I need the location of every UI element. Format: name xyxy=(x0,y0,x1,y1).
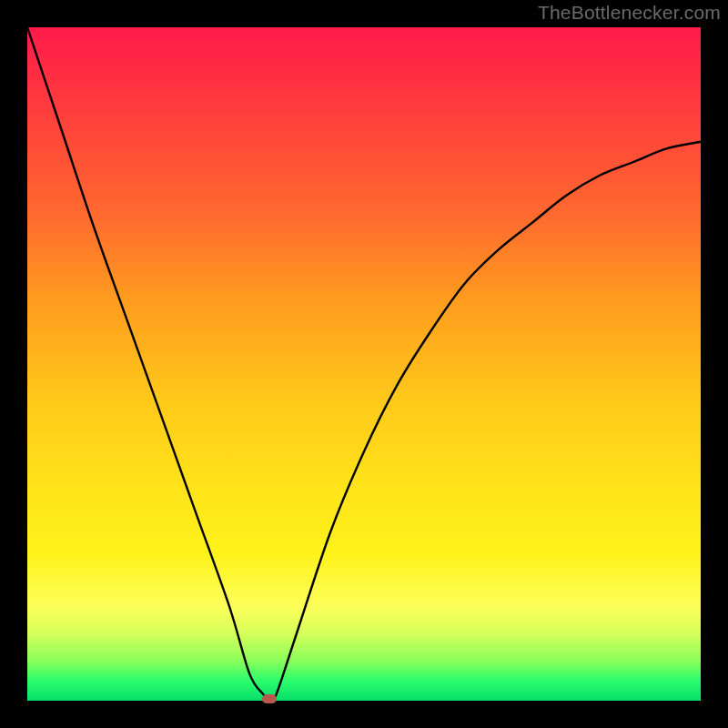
bottleneck-marker xyxy=(262,694,277,703)
bottleneck-curve xyxy=(27,27,701,701)
chart-curve-layer xyxy=(27,27,701,701)
chart-frame: TheBottlenecker.com xyxy=(0,0,728,728)
watermark-text: TheBottlenecker.com xyxy=(538,2,721,24)
